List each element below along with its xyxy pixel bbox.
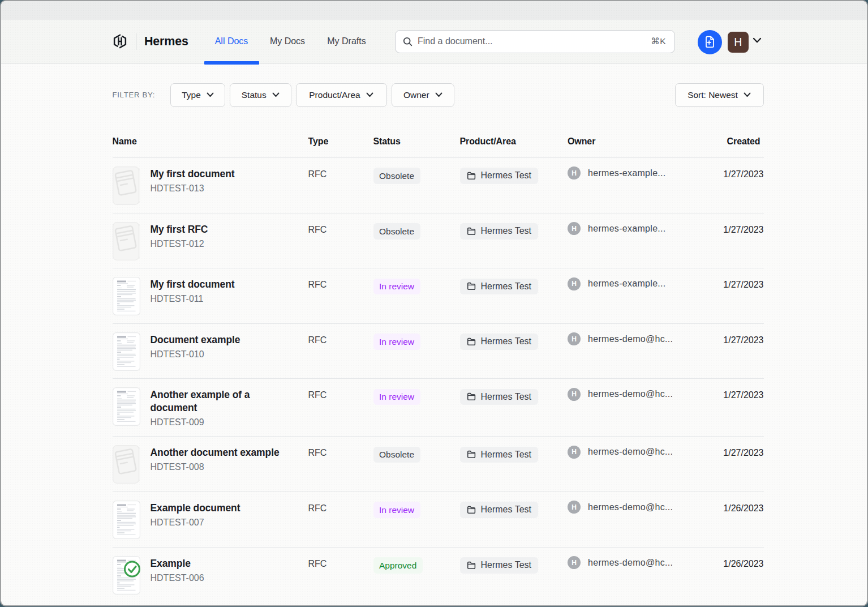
- created-date: 1/26/2023: [710, 557, 764, 595]
- sort-button[interactable]: Sort: Newest: [675, 83, 764, 107]
- doc-thumbnail[interactable]: [113, 277, 140, 315]
- doc-thumbnail[interactable]: [113, 166, 140, 205]
- owner-cell: Hhermes-demo@hc...: [568, 446, 710, 459]
- status-cell: Obsolete: [373, 445, 460, 484]
- status-cell: In review: [373, 387, 460, 429]
- product-badge[interactable]: Hermes Test: [460, 557, 539, 574]
- tab-my-docs[interactable]: My Docs: [269, 20, 307, 64]
- filter-button-owner[interactable]: Owner: [392, 83, 455, 107]
- product-badge[interactable]: Hermes Test: [460, 279, 539, 295]
- product-badge[interactable]: Hermes Test: [460, 334, 539, 350]
- product-badge[interactable]: Hermes Test: [460, 389, 539, 405]
- status-badge: Approved: [373, 557, 423, 574]
- doc-title-link[interactable]: My first document: [151, 168, 293, 181]
- table-header: Name Type Status Product/Area Owner Crea…: [113, 107, 764, 158]
- owner-email: hermes-demo@hc...: [588, 334, 673, 344]
- brand[interactable]: Hermes: [113, 20, 188, 64]
- filter-button-label: Product/Area: [309, 90, 360, 100]
- tab-all-docs[interactable]: All Docs: [204, 20, 259, 64]
- product-badge[interactable]: Hermes Test: [460, 223, 539, 240]
- doc-title-link[interactable]: My first document: [151, 278, 293, 291]
- column-header-created[interactable]: Created: [710, 135, 764, 148]
- column-header-status[interactable]: Status: [373, 135, 460, 148]
- file-plus-icon: [704, 36, 716, 48]
- column-header-name[interactable]: Name: [113, 135, 308, 148]
- created-date: 1/27/2023: [710, 446, 764, 484]
- doc-type: RFC: [308, 502, 373, 539]
- product-label: Hermes Test: [481, 450, 532, 459]
- owner-cell: Hhermes-demo@hc...: [568, 556, 710, 569]
- doc-title-link[interactable]: Example document: [151, 502, 293, 515]
- status-cell: Obsolete: [373, 222, 460, 260]
- column-header-owner[interactable]: Owner: [568, 135, 710, 148]
- name-text: My first documentHDTEST-013: [151, 168, 293, 195]
- doc-thumbnail-approved[interactable]: [113, 556, 140, 595]
- table-row[interactable]: My first documentHDTEST-013RFCObsoleteHe…: [113, 158, 764, 213]
- table-row[interactable]: Another document exampleHDTEST-008RFCObs…: [113, 437, 764, 492]
- active-tab-underline: [204, 61, 259, 64]
- doc-thumbnail[interactable]: [113, 445, 140, 484]
- table-row[interactable]: My first RFCHDTEST-012RFCObsoleteHermes …: [113, 213, 764, 269]
- table-row[interactable]: ExampleHDTEST-006RFCApprovedHermes TestH…: [113, 548, 764, 605]
- product-badge[interactable]: Hermes Test: [460, 168, 539, 184]
- name-text: Another example of a documentHDTEST-009: [151, 388, 293, 429]
- filter-button-type[interactable]: Type: [170, 83, 225, 107]
- product-label: Hermes Test: [481, 337, 532, 346]
- owner-email: hermes-example...: [588, 224, 666, 234]
- column-header-type[interactable]: Type: [308, 135, 373, 148]
- chevron-down-icon: [272, 92, 280, 97]
- tab-my-drafts[interactable]: My Drafts: [325, 20, 368, 64]
- product-label: Hermes Test: [481, 226, 532, 236]
- doc-type: RFC: [308, 557, 373, 595]
- owner-email: hermes-example...: [588, 279, 666, 289]
- filter-bar: FILTER BY: TypeStatusProduct/AreaOwner S…: [113, 83, 764, 107]
- filter-button-status[interactable]: Status: [230, 83, 291, 107]
- created-date: 1/27/2023: [710, 223, 764, 260]
- table-row[interactable]: Document exampleHDTEST-010RFCIn reviewHe…: [113, 324, 764, 379]
- chevron-down-icon: [435, 92, 442, 97]
- user-menu-chevron-icon[interactable]: [753, 37, 762, 44]
- status-cell: In review: [373, 277, 460, 315]
- product-badge[interactable]: Hermes Test: [460, 502, 539, 518]
- created-date: 1/27/2023: [710, 334, 764, 371]
- chevron-down-icon: [207, 92, 214, 97]
- name-text: Another document exampleHDTEST-008: [151, 446, 293, 473]
- doc-thumbnail[interactable]: [113, 387, 140, 426]
- doc-title-link[interactable]: Example: [151, 557, 293, 570]
- owner-avatar: H: [568, 277, 581, 290]
- table-row[interactable]: Another example of a documentHDTEST-009R…: [113, 379, 764, 437]
- name-cell: Example documentHDTEST-007: [113, 501, 308, 539]
- doc-title-link[interactable]: Another example of a document: [151, 388, 293, 414]
- name-cell: ExampleHDTEST-006: [113, 556, 308, 595]
- owner-email: hermes-demo@hc...: [588, 447, 673, 457]
- product-badge[interactable]: Hermes Test: [460, 447, 539, 463]
- doc-title-link[interactable]: Another document example: [151, 446, 293, 459]
- filter-button-product-area[interactable]: Product/Area: [296, 83, 387, 107]
- doc-title-link[interactable]: My first RFC: [151, 223, 293, 236]
- name-cell: My first documentHDTEST-013: [113, 166, 308, 205]
- user-avatar[interactable]: H: [728, 32, 749, 53]
- search-box[interactable]: Find a document... ⌘K: [395, 30, 675, 53]
- table-row[interactable]: Example documentHDTEST-007RFCIn reviewHe…: [113, 492, 764, 548]
- doc-title-link[interactable]: Document example: [151, 334, 293, 347]
- doc-type: RFC: [308, 168, 373, 205]
- doc-thumbnail[interactable]: [113, 332, 140, 371]
- product-label: Hermes Test: [481, 282, 532, 291]
- doc-thumbnail[interactable]: [113, 222, 140, 260]
- new-document-button[interactable]: [698, 30, 722, 54]
- owner-email: hermes-example...: [588, 168, 666, 178]
- product-cell: Hermes Test: [460, 501, 568, 539]
- name-cell: Another example of a documentHDTEST-009: [113, 387, 308, 429]
- owner-avatar: H: [568, 388, 581, 401]
- table-row[interactable]: My first documentHDTEST-011RFCIn reviewH…: [113, 268, 764, 324]
- doc-number: HDTEST-012: [151, 237, 293, 250]
- product-cell: Hermes Test: [460, 387, 568, 429]
- owner-cell: Hhermes-example...: [568, 166, 710, 179]
- doc-thumbnail[interactable]: [113, 501, 140, 539]
- chevron-down-icon: [366, 92, 373, 97]
- column-header-product[interactable]: Product/Area: [460, 135, 568, 148]
- search-input[interactable]: Find a document...: [418, 36, 651, 46]
- doc-number: HDTEST-010: [151, 348, 293, 361]
- main-content: FILTER BY: TypeStatusProduct/AreaOwner S…: [113, 83, 764, 605]
- owner-cell: Hhermes-example...: [568, 277, 710, 290]
